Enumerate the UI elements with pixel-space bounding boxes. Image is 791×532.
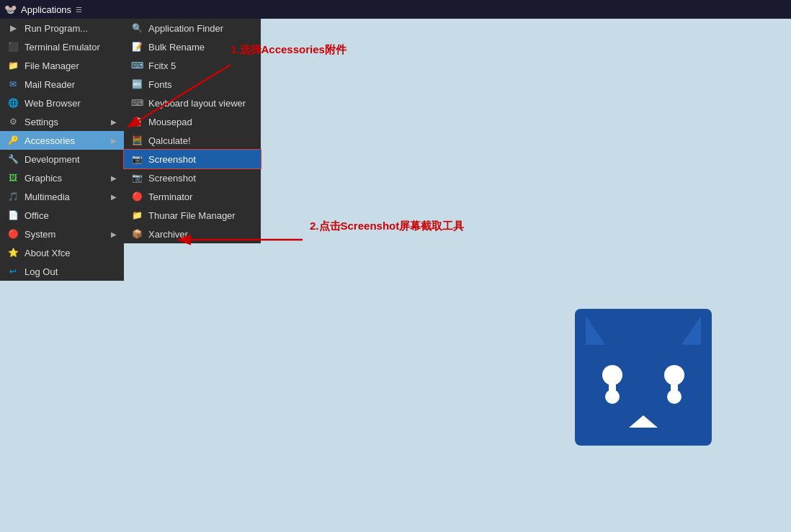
main-menu: ▶ Run Program... ⬛ Terminal Emulator 📁 F…: [0, 19, 124, 281]
menu-item-office[interactable]: 📄 Office: [0, 206, 124, 225]
svg-line-1: [130, 65, 231, 126]
menu-item-filemanager-label: File Manager: [24, 60, 79, 71]
terminal-icon: ⬛: [7, 41, 19, 53]
submenu-item-screenshot2-label: Screenshot: [148, 173, 196, 184]
xfce-icon: 🐭: [4, 4, 17, 15]
xarchiver-icon: 📦: [131, 228, 143, 240]
menu-item-system-label: System: [24, 229, 55, 240]
menu-item-office-label: Office: [24, 210, 49, 221]
thunar-icon: 📁: [131, 209, 143, 221]
office-icon: 📄: [7, 209, 19, 221]
menu-item-aboutxfce-label: About Xfce: [24, 248, 71, 258]
annotation1-text: 1.选择Accessories附件: [231, 43, 347, 55]
mail-icon: ✉: [7, 78, 19, 90]
dev-icon: 🔧: [7, 153, 19, 165]
menu-item-webbrowser-label: Web Browser: [24, 98, 81, 109]
annotation2: 2.点击Screenshot屏幕截取工具: [310, 220, 464, 233]
submenu-item-screenshot-active-label: Screenshot: [148, 154, 196, 165]
menu-item-development[interactable]: 🔧 Development: [0, 150, 124, 168]
web-icon: 🌐: [7, 97, 19, 109]
menu-item-logout[interactable]: ↩ Log Out: [0, 262, 124, 281]
cat-logo-svg: [575, 309, 712, 446]
menu-item-accessories-label: Accessories: [24, 135, 75, 146]
submenu-item-bulkrename-label: Bulk Rename: [148, 42, 205, 53]
run-icon: ▶: [7, 22, 19, 34]
system-icon: 🔴: [7, 228, 19, 240]
screenshot2-icon: 📷: [131, 172, 143, 184]
submenu-item-screenshot-active[interactable]: 📷 Screenshot: [124, 150, 261, 168]
terminator-icon: 🔴: [131, 191, 143, 202]
menu-item-system[interactable]: 🔴 System ▶: [0, 225, 124, 243]
annotation1: 1.选择Accessories附件: [231, 43, 347, 57]
menu-item-development-label: Development: [24, 154, 80, 165]
menu-item-mailreader-label: Mail Reader: [24, 79, 75, 90]
svg-point-15: [667, 389, 681, 404]
multimedia-icon: 🎵: [7, 191, 19, 202]
menu-item-run-label: Run Program...: [24, 23, 88, 34]
submenu-item-terminator[interactable]: 🔴 Terminator: [124, 187, 261, 206]
graphics-arrow: ▶: [111, 174, 117, 182]
screenshot-active-icon: 📷: [131, 153, 143, 165]
settings-icon: ⚙: [7, 116, 19, 127]
filemanager-icon: 📁: [7, 60, 19, 71]
annotation2-arrow: [166, 225, 310, 269]
logout-icon: ↩: [7, 266, 19, 277]
svg-point-12: [605, 389, 620, 404]
graphics-icon: 🖼: [7, 172, 19, 184]
menu-item-graphics[interactable]: 🖼 Graphics ▶: [0, 168, 124, 187]
submenu-item-terminator-label: Terminator: [148, 191, 192, 202]
submenu-item-appfinder-label: Application Finder: [148, 23, 223, 34]
menu-item-graphics-label: Graphics: [24, 173, 62, 184]
submenu-item-thunar[interactable]: 📁 Thunar File Manager: [124, 206, 261, 225]
annotation1-arrow: [108, 58, 252, 144]
menu-item-webbrowser[interactable]: 🌐 Web Browser: [0, 94, 124, 112]
menu-item-aboutxfce[interactable]: ⭐ About Xfce: [0, 243, 124, 262]
taskbar-title[interactable]: 🐭 Applications ☰: [4, 4, 82, 15]
taskbar-label: Applications: [21, 4, 71, 15]
submenu-item-thunar-label: Thunar File Manager: [148, 210, 236, 221]
menu-item-terminal-label: Terminal Emulator: [24, 42, 100, 53]
menu-item-terminal[interactable]: ⬛ Terminal Emulator: [0, 37, 124, 56]
multimedia-arrow: ▶: [111, 193, 117, 201]
submenu-item-screenshot2[interactable]: 📷 Screenshot: [124, 168, 261, 187]
menu-item-accessories[interactable]: 🔑 Accessories ▶: [0, 131, 124, 150]
menu-item-filemanager[interactable]: 📁 File Manager: [0, 56, 124, 75]
menu-item-multimedia-label: Multimedia: [24, 191, 70, 202]
menu-item-settings-label: Settings: [24, 117, 58, 127]
menu-item-logout-label: Log Out: [24, 266, 58, 277]
menu-item-run[interactable]: ▶ Run Program...: [0, 19, 124, 37]
menu-item-multimedia[interactable]: 🎵 Multimedia ▶: [0, 187, 124, 206]
taskbar[interactable]: 🐭 Applications ☰: [0, 0, 791, 19]
submenu-item-appfinder[interactable]: 🔍 Application Finder: [124, 19, 261, 37]
accessories-icon: 🔑: [7, 135, 19, 146]
bulkrename-icon: 📝: [131, 41, 143, 53]
cat-logo: [575, 309, 712, 446]
appfinder-icon: 🔍: [131, 22, 143, 34]
menu-item-mailreader[interactable]: ✉ Mail Reader: [0, 75, 124, 94]
taskbar-menu-icon: ☰: [76, 6, 82, 14]
about-icon: ⭐: [7, 247, 19, 258]
system-arrow: ▶: [111, 230, 117, 238]
annotation2-text: 2.点击Screenshot屏幕截取工具: [310, 220, 464, 232]
menu-item-settings[interactable]: ⚙ Settings ▶: [0, 112, 124, 131]
